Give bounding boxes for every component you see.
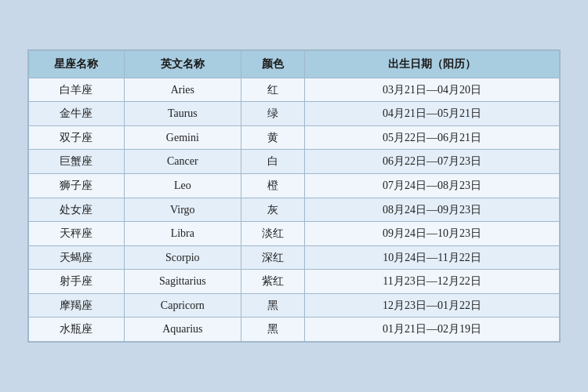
cell-date: 12月23日—01月22日 [305, 293, 560, 318]
cell-english: Aquarius [124, 318, 241, 342]
cell-color: 橙 [241, 173, 304, 198]
cell-chinese: 水瓶座 [29, 318, 125, 342]
table-row: 天蝎座Scorpio深红10月24日—11月22日 [29, 245, 560, 270]
header-english: 英文名称 [124, 50, 241, 78]
cell-english: Virgo [124, 198, 241, 222]
cell-color: 灰 [241, 198, 304, 222]
cell-english: Taurus [124, 102, 241, 126]
cell-date: 11月23日—12月22日 [305, 270, 560, 294]
table-row: 处女座Virgo灰08月24日—09月23日 [29, 198, 560, 222]
table-row: 金牛座Taurus绿04月21日—05月21日 [29, 102, 560, 126]
cell-color: 紫红 [241, 270, 304, 294]
cell-chinese: 处女座 [29, 198, 125, 222]
cell-chinese: 天秤座 [29, 222, 125, 246]
cell-date: 06月22日—07月23日 [305, 150, 560, 174]
table-row: 射手座Sagittarius紫红11月23日—12月22日 [29, 270, 560, 294]
cell-color: 绿 [241, 102, 304, 126]
cell-color: 黑 [241, 293, 304, 318]
cell-color: 红 [241, 78, 304, 102]
cell-english: Cancer [124, 150, 241, 174]
table-row: 摩羯座Capricorn黑12月23日—01月22日 [29, 293, 560, 318]
cell-chinese: 白羊座 [29, 78, 125, 102]
cell-english: Capricorn [124, 293, 241, 318]
header-date: 出生日期（阳历） [305, 50, 560, 78]
zodiac-table: 星座名称 英文名称 颜色 出生日期（阳历） 白羊座Aries红03月21日—04… [28, 50, 560, 342]
cell-english: Gemini [124, 125, 241, 150]
table-row: 狮子座Leo橙07月24日—08月23日 [29, 173, 560, 198]
cell-english: Aries [124, 78, 241, 102]
header-color: 颜色 [241, 50, 304, 78]
cell-chinese: 双子座 [29, 125, 125, 150]
table-row: 天秤座Libra淡红09月24日—10月23日 [29, 222, 560, 246]
cell-color: 深红 [241, 245, 304, 270]
cell-color: 淡红 [241, 222, 304, 246]
cell-english: Sagittarius [124, 270, 241, 294]
cell-date: 04月21日—05月21日 [305, 102, 560, 126]
table-row: 巨蟹座Cancer白06月22日—07月23日 [29, 150, 560, 174]
cell-chinese: 天蝎座 [29, 245, 125, 270]
cell-date: 07月24日—08月23日 [305, 173, 560, 198]
cell-date: 05月22日—06月21日 [305, 125, 560, 150]
cell-english: Leo [124, 173, 241, 198]
cell-chinese: 巨蟹座 [29, 150, 125, 174]
table-row: 白羊座Aries红03月21日—04月20日 [29, 78, 560, 102]
cell-chinese: 金牛座 [29, 102, 125, 126]
cell-color: 黑 [241, 318, 304, 342]
cell-date: 10月24日—11月22日 [305, 245, 560, 270]
cell-date: 03月21日—04月20日 [305, 78, 560, 102]
cell-chinese: 摩羯座 [29, 293, 125, 318]
cell-date: 09月24日—10月23日 [305, 222, 560, 246]
cell-english: Scorpio [124, 245, 241, 270]
cell-color: 黄 [241, 125, 304, 150]
cell-chinese: 狮子座 [29, 173, 125, 198]
cell-english: Libra [124, 222, 241, 246]
cell-color: 白 [241, 150, 304, 174]
cell-chinese: 射手座 [29, 270, 125, 294]
table-row: 水瓶座Aquarius黑01月21日—02月19日 [29, 318, 560, 342]
cell-date: 01月21日—02月19日 [305, 318, 560, 342]
zodiac-table-container: 星座名称 英文名称 颜色 出生日期（阳历） 白羊座Aries红03月21日—04… [27, 49, 561, 343]
cell-date: 08月24日—09月23日 [305, 198, 560, 222]
table-header-row: 星座名称 英文名称 颜色 出生日期（阳历） [29, 50, 560, 78]
table-row: 双子座Gemini黄05月22日—06月21日 [29, 125, 560, 150]
header-chinese: 星座名称 [29, 50, 125, 78]
